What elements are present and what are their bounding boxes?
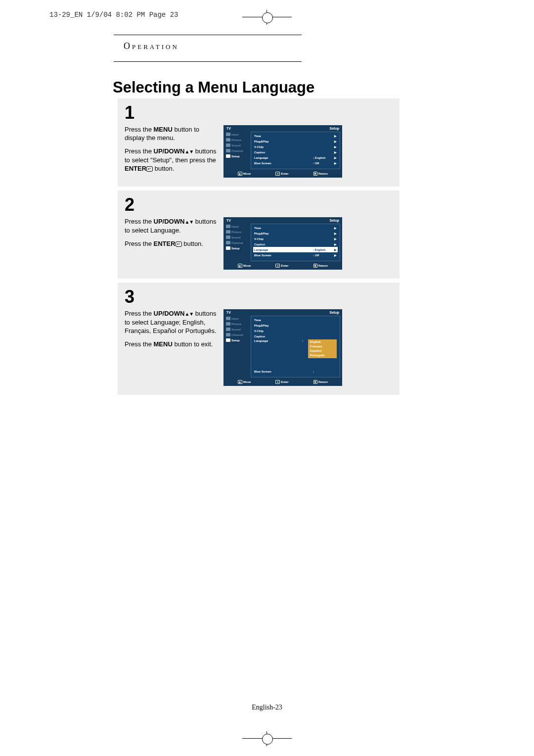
- osd-menu: TVSetupInputPictureSoundChannelSetupTime…: [223, 125, 342, 178]
- osd-title-left: TV: [226, 311, 231, 314]
- osd-side-item: Picture: [225, 321, 249, 327]
- crop-mark-bottom: [242, 731, 292, 746]
- step-number: 3: [125, 286, 393, 307]
- sound-icon: [226, 143, 230, 147]
- setup-icon: [226, 154, 230, 158]
- page-title: Selecting a Menu Language: [113, 79, 470, 96]
- osd-side-item: Sound: [225, 142, 249, 148]
- osd-title-left: TV: [226, 127, 231, 130]
- osd-footer: ◆Move↵EnterⅢReturn: [223, 170, 342, 178]
- step-instructions: Press the UP/DOWN▲▼ buttons to select La…: [125, 217, 219, 253]
- move-icon: ◆: [238, 264, 242, 268]
- osd-main-panel: Time▶Plug&Play▶V-Chip▶Caption▶Language: …: [251, 132, 340, 169]
- language-option: Français: [310, 344, 335, 349]
- osd-side-item: Input: [225, 224, 249, 229]
- step-block: 1Press the MENU button to display the me…: [118, 98, 400, 187]
- osd-row: Plug&Play: [253, 323, 338, 328]
- channel-icon: [226, 333, 230, 336]
- osd-title-left: TV: [226, 219, 231, 222]
- osd-row: V-Chip: [253, 328, 338, 333]
- picture-icon: [226, 138, 230, 142]
- channel-icon: [226, 149, 230, 152]
- setup-icon: [226, 338, 230, 342]
- return-icon: Ⅲ: [313, 264, 317, 268]
- osd-side-item: Setup: [225, 153, 249, 159]
- osd-side-item: Channel: [225, 148, 249, 153]
- section-heading: Operation: [124, 41, 179, 51]
- osd-row: Blue Screen: Off▶: [253, 160, 338, 166]
- osd-side-item: Picture: [225, 229, 249, 235]
- picture-icon: [226, 322, 230, 326]
- osd-row: Caption▶: [253, 149, 338, 155]
- return-icon: Ⅲ: [313, 172, 317, 176]
- page-number: English-23: [252, 704, 282, 711]
- up-down-arrow-icon: ▲▼: [184, 149, 193, 154]
- osd-row: Time▶: [253, 225, 338, 231]
- crop-mark-top: [242, 10, 292, 25]
- osd-row: V-Chip▶: [253, 144, 338, 149]
- osd-side-tabs: InputPictureSoundChannelSetup: [225, 316, 249, 378]
- osd-row: Time▶: [253, 133, 338, 139]
- osd-title-right: Setup: [330, 127, 339, 130]
- osd-side-item: Setup: [225, 245, 249, 251]
- enter-icon: ↵: [176, 241, 182, 247]
- enter-icon: ↵: [146, 166, 153, 172]
- osd-side-item: Channel: [225, 332, 249, 337]
- osd-side-item: Input: [225, 132, 249, 137]
- osd-menu: TVSetupInputPictureSoundChannelSetupTime…: [223, 309, 342, 386]
- osd-side-item: Sound: [225, 235, 249, 240]
- enter-icon: ↵: [275, 172, 280, 176]
- osd-row: Caption: [253, 333, 338, 339]
- step-block: 3Press the UP/DOWN▲▼ buttons to select L…: [118, 283, 400, 395]
- enter-icon: ↵: [275, 380, 280, 384]
- osd-row: Language: English▶: [253, 247, 338, 252]
- osd-side-tabs: InputPictureSoundChannelSetup: [225, 132, 249, 169]
- language-option: English: [310, 340, 335, 344]
- osd-row: V-Chip▶: [253, 236, 338, 241]
- osd-menu: TVSetupInputPictureSoundChannelSetupTime…: [223, 217, 342, 270]
- osd-title-right: Setup: [330, 311, 339, 314]
- enter-icon: ↵: [275, 264, 280, 268]
- print-header: 13-29_EN 1/9/04 8:02 PM Page 23: [49, 11, 178, 19]
- osd-main-panel: TimePlug&PlayV-ChipCaptionLanguage:Engli…: [251, 316, 340, 378]
- osd-side-item: Picture: [225, 137, 249, 142]
- setup-icon: [226, 246, 230, 250]
- osd-title-right: Setup: [330, 219, 339, 222]
- step-instructions: Press the MENU button to display the men…: [125, 125, 219, 178]
- return-icon: Ⅲ: [313, 380, 317, 384]
- osd-row: Language: English▶: [253, 155, 338, 160]
- up-down-arrow-icon: ▲▼: [184, 311, 193, 317]
- osd-main-panel: Time▶Plug&Play▶V-Chip▶Caption▶Language: …: [251, 224, 340, 261]
- language-dropdown: EnglishFrançaisEspañolPortuguês: [308, 339, 337, 358]
- language-option: Español: [310, 349, 335, 353]
- input-icon: [226, 225, 230, 228]
- osd-side-item: Sound: [225, 327, 249, 332]
- move-icon: ◆: [238, 172, 242, 176]
- move-icon: ◆: [238, 380, 242, 384]
- osd-row: Caption▶: [253, 241, 338, 247]
- language-option: Português: [310, 353, 335, 358]
- sound-icon: [226, 236, 230, 239]
- osd-row: Plug&Play▶: [253, 139, 338, 144]
- input-icon: [226, 133, 230, 136]
- osd-side-item: Input: [225, 316, 249, 321]
- sound-icon: [226, 328, 230, 331]
- page-content: Operation Selecting a Menu Language 1Pre…: [64, 35, 470, 703]
- step-instructions: Press the UP/DOWN▲▼ buttons to select La…: [125, 309, 219, 353]
- picture-icon: [226, 230, 230, 234]
- step-number: 2: [125, 194, 393, 215]
- osd-side-item: Channel: [225, 240, 249, 245]
- step-block: 2Press the UP/DOWN▲▼ buttons to select L…: [118, 190, 400, 279]
- up-down-arrow-icon: ▲▼: [184, 219, 193, 225]
- section-heading-box: Operation: [114, 35, 302, 62]
- channel-icon: [226, 241, 230, 244]
- osd-row: Plug&Play▶: [253, 231, 338, 236]
- osd-side-item: Setup: [225, 337, 249, 343]
- osd-row: Blue Screen:: [253, 369, 338, 374]
- osd-footer: ◆Move↵EnterⅢReturn: [223, 262, 342, 270]
- osd-side-tabs: InputPictureSoundChannelSetup: [225, 224, 249, 261]
- osd-footer: ◆Move↵EnterⅢReturn: [223, 378, 342, 386]
- osd-row: Time: [253, 317, 338, 323]
- input-icon: [226, 317, 230, 320]
- osd-row: Blue Screen: Off▶: [253, 252, 338, 258]
